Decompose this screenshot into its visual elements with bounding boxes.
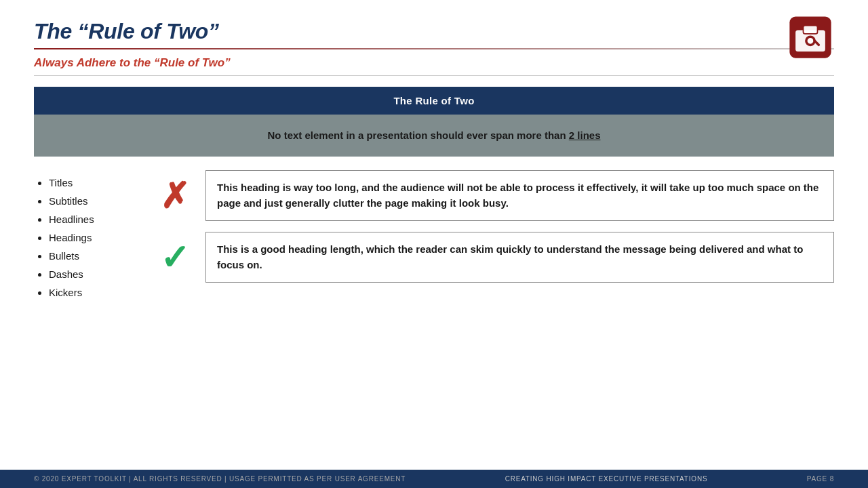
list-item: Dashes [49,268,149,280]
svg-point-5 [808,38,814,44]
page-wrapper: The “Rule of Two” Always Adhere to the “… [0,0,868,488]
bad-example-box: This heading is way too long, and the au… [205,170,834,221]
check-icon: ✓ [160,238,190,277]
rule-box-text-underlined: 2 lines [569,129,601,141]
rule-box: No text element in a presentation should… [34,115,834,157]
list-item: Kickers [49,287,149,298]
footer-left: © 2020 Expert Toolkit | All Rights Reser… [34,475,406,483]
footer: © 2020 Expert Toolkit | All Rights Reser… [0,470,868,488]
x-icon: ✗ [160,176,190,216]
rule-box-text-before: No text element in a presentation should… [268,129,569,141]
good-icon-area: ✓ [156,240,193,275]
bullet-list-items: Titles Subtitles Headlines Headings Bull… [34,177,149,298]
rule-box-text: No text element in a presentation should… [268,129,601,141]
list-item: Headings [49,232,149,243]
list-item: Headlines [49,214,149,225]
subtitle: Always Adhere to the “Rule of Two” [34,56,834,70]
bad-icon-area: ✗ [156,178,193,214]
rule-banner: The Rule of Two [34,87,834,115]
svg-rect-2 [804,26,818,34]
list-item: Titles [49,177,149,188]
bullet-list: Titles Subtitles Headlines Headings Bull… [34,170,149,305]
list-item: Subtitles [49,195,149,207]
header-divider [34,48,834,49]
examples-column: ✗ This heading is way too long, and the … [156,170,834,283]
logo [787,14,834,61]
main-title: The “Rule of Two” [34,19,834,44]
header: The “Rule of Two” Always Adhere to the “… [0,0,868,76]
footer-center: Creating High Impact Executive Presentat… [505,475,708,483]
footer-right: Page 8 [807,475,834,483]
content: The Rule of Two No text element in a pre… [0,76,868,470]
main-row: Titles Subtitles Headlines Headings Bull… [34,170,834,305]
good-example-box: This is a good heading length, which the… [205,232,834,283]
good-example-row: ✓ This is a good heading length, which t… [156,232,834,283]
list-item: Bullets [49,250,149,262]
bad-example-row: ✗ This heading is way too long, and the … [156,170,834,221]
subtitle-divider [34,75,834,76]
